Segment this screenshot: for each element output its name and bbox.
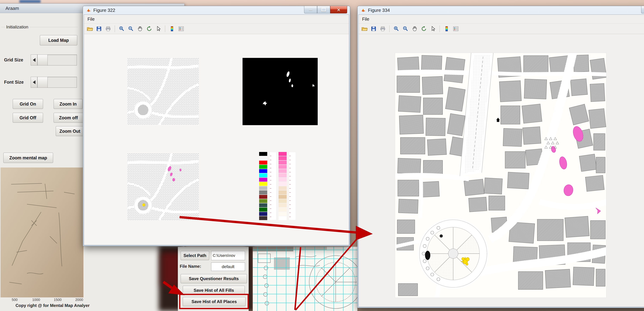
colorbar-swatch bbox=[278, 190, 287, 194]
figure-322-window: Figure 322 – × File bbox=[83, 6, 350, 246]
colorbar-swatch bbox=[278, 186, 287, 190]
insert-colorbar-icon[interactable] bbox=[442, 25, 451, 33]
colorbar-swatch bbox=[259, 182, 267, 186]
initialization-panel-label: Initialization bbox=[5, 25, 29, 30]
figure-334-title: Figure 334 bbox=[368, 8, 390, 13]
grid-off-button[interactable]: Grid Off bbox=[13, 113, 43, 123]
insert-legend-icon[interactable] bbox=[452, 25, 460, 33]
open-icon[interactable] bbox=[86, 25, 94, 33]
open-icon[interactable] bbox=[360, 25, 368, 33]
data-cursor-icon[interactable] bbox=[429, 25, 437, 33]
colorbar-swatch bbox=[259, 156, 267, 160]
save-hist-all-places-button[interactable]: Save Hist of All Places bbox=[183, 297, 246, 306]
insert-colorbar-icon[interactable] bbox=[168, 25, 176, 33]
grid-size-label: Grid Size bbox=[4, 57, 23, 63]
toolbar-separator bbox=[115, 26, 115, 32]
colorbar-swatch bbox=[278, 203, 287, 207]
colorbar-swatch bbox=[278, 156, 287, 160]
figure-toolbar bbox=[358, 24, 644, 34]
maximize-icon bbox=[322, 8, 326, 12]
load-map-button[interactable]: Load Map bbox=[40, 35, 77, 45]
figure-334-titlebar[interactable]: Figure 334 bbox=[358, 6, 644, 15]
colorbar-swatch bbox=[259, 216, 267, 220]
grid-size-slider-thumb[interactable] bbox=[38, 55, 48, 65]
file-name-label: File Name: bbox=[180, 264, 201, 269]
select-path-button[interactable]: Select Path bbox=[180, 251, 209, 260]
zoom-in-icon[interactable] bbox=[118, 25, 126, 33]
print-icon[interactable] bbox=[104, 25, 112, 33]
minimize-button[interactable]: – bbox=[641, 6, 644, 14]
colorbar-right-column bbox=[278, 152, 287, 220]
background-blob bbox=[20, 0, 40, 3]
colorbar-swatch bbox=[278, 169, 287, 173]
colorbar-swatch bbox=[278, 152, 287, 156]
save-icon[interactable] bbox=[370, 25, 378, 33]
font-size-slider-arrow[interactable] bbox=[31, 77, 38, 88]
zoom-out-button[interactable]: Zoom Out bbox=[56, 126, 84, 136]
copyright-text: Copy right @ for Mental Map Analyer bbox=[16, 303, 90, 308]
menubar: File bbox=[358, 15, 644, 24]
grid-size-slider-arrow[interactable] bbox=[31, 55, 38, 66]
save-hist-all-fills-button[interactable]: Save Hist of All Fills bbox=[183, 286, 245, 295]
colorbar-swatch bbox=[259, 178, 267, 182]
axis-tick: 2000 bbox=[75, 298, 83, 302]
save-icon[interactable] bbox=[95, 25, 103, 33]
colorbar-swatch bbox=[259, 195, 267, 199]
subplot-mask-image bbox=[242, 58, 318, 125]
grid-on-button[interactable]: Grid On bbox=[13, 99, 43, 109]
desktop: Araam Initialization Load Map Grid Size … bbox=[0, 0, 644, 311]
chevron-left-icon bbox=[33, 58, 36, 62]
colorbar-swatch bbox=[259, 190, 267, 194]
rotate-3d-icon[interactable] bbox=[420, 25, 428, 33]
pan-icon[interactable] bbox=[411, 25, 419, 33]
menu-file[interactable]: File bbox=[358, 15, 373, 24]
save-panel: Select Path C:\Users\nov File Name: defa… bbox=[178, 247, 249, 311]
colorbar-swatch bbox=[259, 208, 267, 211]
zoom-mental-map-button[interactable]: Zoom mental map bbox=[3, 153, 53, 163]
zoom-out-icon[interactable] bbox=[402, 25, 410, 33]
data-cursor-icon[interactable] bbox=[154, 25, 162, 33]
font-size-slider-thumb[interactable] bbox=[38, 77, 48, 88]
grid-size-slider[interactable] bbox=[38, 55, 77, 66]
gridded-map-image bbox=[253, 247, 357, 311]
colorbar-swatch bbox=[278, 165, 287, 169]
window-controls: – × bbox=[641, 6, 644, 14]
colorbar-swatch bbox=[259, 199, 267, 203]
rotate-3d-icon[interactable] bbox=[145, 25, 153, 33]
window-controls: – × bbox=[304, 6, 347, 14]
matlab-icon bbox=[360, 8, 366, 13]
toolbar-separator bbox=[165, 26, 166, 32]
colorbar-swatch bbox=[278, 161, 287, 164]
colorbar-swatch bbox=[278, 199, 287, 203]
colorbar-swatch bbox=[259, 169, 267, 173]
insert-legend-icon[interactable] bbox=[177, 25, 185, 33]
figure-322-title: Figure 322 bbox=[93, 8, 115, 13]
font-size-label: Font Size bbox=[4, 80, 24, 85]
colorbar-swatch bbox=[259, 165, 267, 169]
maximize-button[interactable] bbox=[317, 6, 330, 14]
zoom-off-button[interactable]: Zoom off bbox=[54, 113, 83, 123]
save-questioner-results-button[interactable]: Save Questioner Results bbox=[180, 274, 247, 283]
font-size-slider[interactable] bbox=[38, 77, 77, 88]
pan-icon[interactable] bbox=[136, 25, 144, 33]
colorbar-swatch bbox=[259, 173, 267, 177]
path-field[interactable]: C:\Users\nov bbox=[211, 251, 245, 260]
zoom-out-icon[interactable] bbox=[127, 25, 135, 33]
axis-tick: 500 bbox=[12, 298, 18, 302]
menu-file[interactable]: File bbox=[84, 15, 98, 24]
minimize-button[interactable]: – bbox=[304, 6, 317, 14]
file-name-field[interactable]: default bbox=[211, 262, 245, 271]
close-button[interactable]: × bbox=[330, 6, 347, 14]
colorbar-swatch bbox=[278, 212, 287, 216]
colorbar-swatch bbox=[278, 216, 287, 220]
colorbar-left-column bbox=[259, 152, 267, 220]
mental-map-image bbox=[0, 167, 84, 297]
subplot-highlighted-map bbox=[128, 153, 198, 220]
colorbar-swatch bbox=[259, 186, 267, 190]
zoom-in-icon[interactable] bbox=[392, 25, 400, 33]
print-icon[interactable] bbox=[379, 25, 387, 33]
colorbar-swatch bbox=[278, 182, 287, 186]
zoom-in-button[interactable]: Zoom In bbox=[54, 99, 82, 109]
araam-title: Araam bbox=[6, 6, 19, 11]
colorbar-swatch bbox=[278, 173, 287, 177]
